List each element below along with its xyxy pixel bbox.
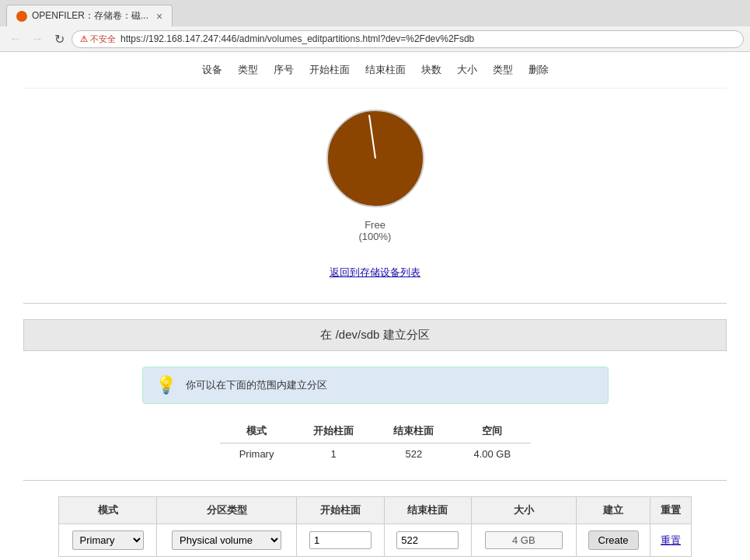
- section-title: 在 /dev/sdb 建立分区: [23, 319, 727, 351]
- mode-cell: Primary: [59, 524, 157, 557]
- address-text: https://192.168.147.247:446/admin/volume…: [120, 33, 474, 44]
- page-content: 设备 类型 序号 开始柱面 结束柱面 块数 大小 类型 删除 Free (100…: [0, 52, 750, 557]
- pie-label-line1: Free: [359, 219, 392, 231]
- security-text: 不安全: [90, 33, 116, 45]
- header-device: 设备: [202, 63, 222, 77]
- security-badge: ⚠ 不安全: [80, 33, 116, 45]
- pie-label: Free (100%): [359, 219, 392, 242]
- create-button[interactable]: Create: [588, 530, 639, 550]
- start-cell: [297, 524, 384, 557]
- pie-svg: [321, 104, 430, 213]
- address-bar[interactable]: ⚠ 不安全 https://192.168.147.247:446/admin/…: [72, 30, 744, 48]
- table-row: Primary 1 522 4.00 GB: [220, 443, 531, 465]
- avail-header-space: 空间: [454, 419, 530, 443]
- back-link-section: 返回到存储设备列表: [23, 250, 727, 303]
- warning-icon: ⚠: [80, 34, 88, 44]
- form-divider: [23, 480, 727, 481]
- form-header-reset: 重置: [651, 497, 691, 524]
- pie-chart-section: Free (100%): [23, 89, 727, 250]
- tab-favicon: [16, 11, 27, 22]
- back-to-storage-link[interactable]: 返回到存储设备列表: [330, 266, 420, 278]
- header-start-cylinder: 开始柱面: [309, 63, 350, 77]
- size-cell: [472, 524, 577, 557]
- header-type: 类型: [238, 63, 258, 77]
- tab-close-button[interactable]: ×: [156, 10, 162, 23]
- bulb-icon: 💡: [155, 375, 176, 395]
- back-button[interactable]: ←: [6, 30, 25, 48]
- pie-chart: [321, 104, 430, 213]
- header-type2: 类型: [493, 63, 513, 77]
- header-blocks: 块数: [421, 63, 441, 77]
- browser-chrome: OPENFILER：存储卷：磁... × ← → ↻ ⚠ 不安全 https:/…: [0, 0, 750, 52]
- form-header-size: 大小: [472, 497, 577, 524]
- avail-row-start: 1: [294, 443, 374, 465]
- mode-select[interactable]: Primary: [72, 530, 144, 550]
- form-header-end: 结束柱面: [384, 497, 471, 524]
- create-cell: Create: [576, 524, 651, 557]
- size-input: [485, 531, 563, 549]
- section-divider: [23, 303, 727, 304]
- forward-button[interactable]: →: [28, 30, 47, 48]
- avail-row-mode: Primary: [220, 443, 294, 465]
- reset-link[interactable]: 重置: [661, 534, 681, 546]
- avail-header-start: 开始柱面: [294, 419, 374, 443]
- browser-tab[interactable]: OPENFILER：存储卷：磁... ×: [6, 5, 173, 26]
- type-cell: Physical volume RAID member ext2 ext3 Li…: [156, 524, 296, 557]
- avail-header-end: 结束柱面: [374, 419, 454, 443]
- form-header-start: 开始柱面: [297, 497, 384, 524]
- header-size: 大小: [457, 63, 477, 77]
- header-end-cylinder: 结束柱面: [365, 63, 406, 77]
- reload-button[interactable]: ↻: [50, 30, 68, 48]
- header-sequence: 序号: [274, 63, 294, 77]
- type-select[interactable]: Physical volume RAID member ext2 ext3 Li…: [172, 530, 281, 550]
- avail-row-space: 4.00 GB: [454, 443, 530, 465]
- tab-bar: OPENFILER：存储卷：磁... ×: [0, 0, 750, 26]
- partition-table-headers: 设备 类型 序号 开始柱面 结束柱面 块数 大小 类型 删除: [23, 52, 727, 89]
- end-cell: [384, 524, 471, 557]
- reset-cell: 重置: [651, 524, 691, 557]
- available-partitions-table: 模式 开始柱面 结束柱面 空间 Primary 1 522 4.00 GB: [220, 419, 531, 464]
- header-delete: 删除: [528, 63, 549, 77]
- info-box: 💡 你可以在下面的范围内建立分区: [142, 367, 609, 404]
- avail-row-end: 522: [374, 443, 454, 465]
- start-cylinder-input[interactable]: [309, 531, 372, 549]
- tab-title: OPENFILER：存储卷：磁...: [32, 9, 148, 23]
- create-partition-form: 模式 分区类型 开始柱面 结束柱面 大小 建立 重置 Primary Physi…: [58, 496, 692, 557]
- form-header-mode: 模式: [59, 497, 157, 524]
- form-row: Primary Physical volume RAID member ext2…: [59, 524, 692, 557]
- form-header-create: 建立: [576, 497, 651, 524]
- pie-label-line2: (100%): [359, 231, 392, 242]
- nav-bar: ← → ↻ ⚠ 不安全 https://192.168.147.247:446/…: [0, 26, 750, 51]
- info-message: 你可以在下面的范围内建立分区: [186, 378, 327, 392]
- form-header-type: 分区类型: [156, 497, 296, 524]
- end-cylinder-input[interactable]: [396, 531, 459, 549]
- avail-header-mode: 模式: [220, 419, 294, 443]
